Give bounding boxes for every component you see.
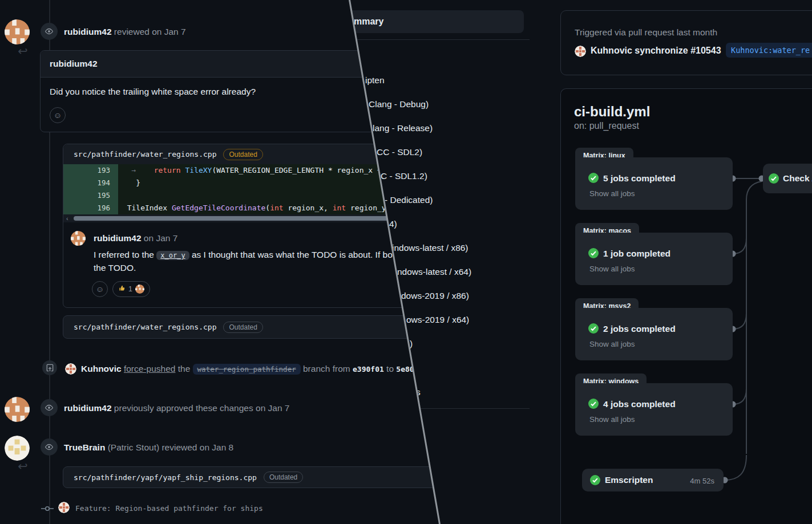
avatar[interactable] <box>58 502 70 513</box>
comment-author[interactable]: rubidium42 <box>94 233 142 243</box>
commit-message[interactable]: Feature: Region-based pathfinder for shi… <box>75 504 263 513</box>
job-name: Check An <box>783 173 812 184</box>
review-author[interactable]: rubidium42 <box>64 27 112 36</box>
file-path[interactable]: src/pathfinder/water_regions.cpp <box>74 150 216 159</box>
avatar[interactable] <box>5 436 30 461</box>
matrix-status: 5 jobs completed <box>603 173 676 184</box>
check-circle-icon <box>769 173 779 186</box>
matrix-card-windows[interactable]: 4 jobs completed Show all jobs <box>575 383 733 436</box>
file-path[interactable]: src/pathfinder/yapf/yapf_ship_regions.cp… <box>74 473 257 482</box>
force-push-text: the <box>175 364 192 373</box>
avatar[interactable] <box>5 397 30 422</box>
approved-meta: previously approved these changes on Jan… <box>114 403 290 413</box>
code-text: (WATER_REGION_EDGE_LENGTH * region_x + <box>212 166 386 174</box>
code-keyword: int <box>270 204 283 212</box>
repo-push-icon <box>42 360 57 375</box>
thread-comment-header: rubidium42 on Jan 7 <box>94 233 177 243</box>
line-number: 195 <box>63 189 118 202</box>
thumbs-up-icon <box>118 285 126 294</box>
code-keyword: return <box>154 166 181 174</box>
file-path[interactable]: src/pathfinder/water_regions.cpp <box>74 323 216 331</box>
force-push-text: branch from <box>301 364 353 373</box>
add-reaction-button[interactable]: ☺ <box>50 107 66 123</box>
show-all-jobs-link[interactable]: Show all jobs <box>589 340 635 348</box>
code-indent <box>140 166 153 174</box>
outdated-badge: Outdated <box>223 149 262 160</box>
outdated-badge: Outdated <box>264 472 303 483</box>
force-push-text: to <box>384 364 397 373</box>
show-all-jobs-link[interactable]: Show all jobs <box>589 265 635 273</box>
screenshot-stage: mmary ipten Clang - Debug) lang - Releas… <box>0 0 812 524</box>
review-meta: (Patric Stout) reviewed on Jan 8 <box>108 442 234 452</box>
show-all-jobs-link[interactable]: Show all jobs <box>589 415 635 424</box>
approved-event: rubidium42 previously approved these cha… <box>64 403 289 413</box>
matrix-card-msys2[interactable]: 2 jobs completed Show all jobs <box>575 308 733 360</box>
code-text: ( <box>265 204 270 212</box>
force-push-event: Kuhnovic force-pushed the water_region_p… <box>81 364 444 374</box>
job-duration: 4m 52s <box>690 477 714 485</box>
reply-arrow-icon: ↩ <box>18 44 28 58</box>
check-circle-icon <box>588 399 599 411</box>
comment-text: as I thought that was what the TODO is a… <box>189 250 407 259</box>
branch-name-chip[interactable]: water_region_pathfinder <box>193 364 301 375</box>
thumbs-up-reaction[interactable]: 1 <box>112 281 150 297</box>
job-card-emscripten[interactable]: Emscripten 4m 52s <box>582 469 724 491</box>
matrix-card-macos[interactable]: 1 job completed Show all jobs <box>575 233 733 285</box>
commit-icon <box>40 504 55 515</box>
review-meta: reviewed on Jan 7 <box>114 27 186 36</box>
line-number: 196 <box>63 202 118 214</box>
add-reaction-button[interactable]: ☺ <box>92 281 108 297</box>
wrap-arrow-icon: → <box>118 166 140 174</box>
reply-arrow-icon: ↩ <box>18 460 28 473</box>
job-name: Emscripten <box>605 475 653 485</box>
code-text: } <box>118 178 140 187</box>
code-text: region_x, <box>284 204 333 212</box>
comment-text: I referred to the <box>94 250 156 259</box>
line-number: 193 <box>63 164 118 177</box>
avatar[interactable] <box>65 363 76 375</box>
review-event: rubidium42 reviewed on Jan 7 <box>64 27 186 37</box>
reaction-count: 1 <box>128 285 132 293</box>
truebrain-review-event: TrueBrain (Patric Stout) reviewed on Jan… <box>64 442 233 453</box>
eye-icon <box>41 438 58 456</box>
matrix-status: 2 jobs completed <box>603 324 676 334</box>
code-function: GetEdgeTileCoordinate <box>172 204 265 212</box>
approved-author[interactable]: rubidium42 <box>64 403 112 413</box>
check-circle-icon <box>588 323 599 336</box>
check-circle-icon <box>588 173 599 185</box>
code-keyword: int <box>333 204 346 212</box>
eye-icon <box>41 399 58 416</box>
check-circle-icon <box>590 475 600 488</box>
avatar[interactable] <box>5 19 30 44</box>
line-number: 194 <box>63 177 118 189</box>
job-card-check-annotations[interactable]: Check An <box>763 164 812 193</box>
thread-comment-line1: I referred to the x_or_y as I thought th… <box>94 250 407 260</box>
matrix-status: 1 job completed <box>603 249 670 259</box>
code-text: TileIndex <box>118 204 172 212</box>
commit-sha-from[interactable]: e390f01 <box>353 365 384 373</box>
show-all-jobs-link[interactable]: Show all jobs <box>589 189 635 198</box>
review-author[interactable]: TrueBrain <box>64 442 105 452</box>
matrix-card-linux[interactable]: 5 jobs completed Show all jobs <box>575 157 733 210</box>
scroll-left-arrow[interactable]: ‹ <box>66 214 68 222</box>
matrix-status: 4 jobs completed <box>603 399 676 409</box>
force-push-author[interactable]: Kuhnovic <box>81 364 122 373</box>
force-push-action: force-pushed <box>124 364 175 373</box>
comment-meta: on Jan 7 <box>144 233 177 243</box>
thread-comment-line2: the TODO. <box>94 263 136 273</box>
inline-code-chip: x_or_y <box>156 251 189 260</box>
outdated-badge: Outdated <box>223 322 262 333</box>
eye-icon <box>41 23 58 40</box>
check-circle-icon <box>588 248 599 261</box>
avatar[interactable] <box>135 285 144 294</box>
code-function: TileXY <box>185 166 212 174</box>
avatar[interactable] <box>71 231 86 246</box>
